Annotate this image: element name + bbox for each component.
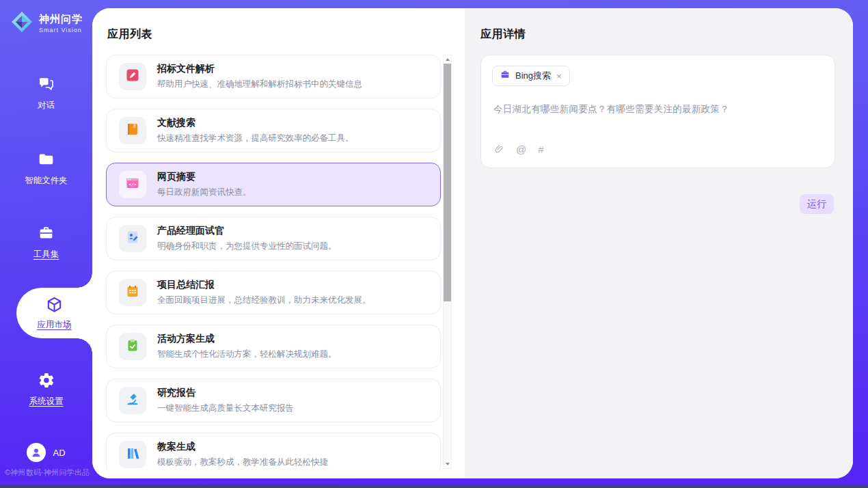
- tool-chip-bing-search[interactable]: Bing搜索 ×: [492, 66, 570, 86]
- prompt-card: Bing搜索 × 今日湖北有哪些新闻要点？有哪些需要关注的最新政策？ @#: [480, 55, 835, 168]
- app-card-activity-plan[interactable]: 活动方案生成智能生成个性化活动方案，轻松解决规划难题。: [106, 325, 441, 368]
- app-icon-tile: [119, 441, 146, 468]
- sidebar-item-chat[interactable]: 对话: [0, 75, 92, 111]
- app-card-research-report[interactable]: 研究报告一键智能生成高质量长文本研究报告: [106, 379, 441, 422]
- sidebar-item-label: 应用市场: [38, 319, 72, 331]
- app-name: 项目总结汇报: [157, 279, 371, 291]
- app-list: 招标文件解析帮助用户快速、准确地理解和解析招标书中的关键信息文献搜索快速精准查找…: [106, 55, 451, 472]
- app-card-project-summary[interactable]: 项目总结汇报全面回顾项目进展，总结经验教训，助力未来优化发展。: [106, 271, 441, 314]
- sidebar-item-app-market[interactable]: 应用市场: [16, 288, 92, 338]
- query-text[interactable]: 今日湖北有哪些新闻要点？有哪些需要关注的最新政策？: [493, 103, 822, 116]
- app-card-text: 教案生成模板驱动，教案秒成，教学准备从此轻松快捷: [157, 441, 328, 468]
- run-button[interactable]: 运行: [800, 194, 834, 214]
- app-description: 一键智能生成高质量长文本研究报告: [157, 403, 294, 414]
- brand-logo-icon: [10, 10, 34, 37]
- chat-icon: [37, 75, 55, 96]
- attachment-icon[interactable]: [493, 144, 504, 155]
- literature-icon: [125, 122, 140, 139]
- sidebar-item-settings[interactable]: 系统设置: [0, 372, 92, 407]
- app-name: 网页摘要: [157, 171, 252, 183]
- app-description: 每日政府新闻资讯快查。: [157, 187, 252, 198]
- app-name: 文献搜索: [157, 117, 354, 129]
- svg-text:</>: </>: [128, 182, 136, 187]
- list-scrollbar[interactable]: [443, 55, 452, 469]
- sidebar-item-label: 系统设置: [29, 396, 64, 407]
- app-description: 明确身份和职责，为您提供专业性的面试问题。: [157, 241, 337, 252]
- app-name: 招标文件解析: [157, 63, 362, 75]
- app-name: 产品经理面试官: [157, 225, 337, 237]
- avatar[interactable]: [27, 443, 46, 462]
- sidebar-item-smart-folder[interactable]: 智能文件夹: [0, 150, 92, 187]
- app-description: 智能生成个性化活动方案，轻松解决规划难题。: [157, 349, 337, 360]
- app-card-literature-search[interactable]: 文献搜索快速精准查找学术资源，提高研究效率的必备工具。: [106, 109, 441, 152]
- interview-icon: [125, 230, 140, 247]
- input-toolbar: @#: [493, 144, 544, 155]
- tender-doc-icon: [125, 68, 140, 85]
- app-card-text: 招标文件解析帮助用户快速、准确地理解和解析招标书中的关键信息: [157, 63, 362, 90]
- scrollbar-down-button[interactable]: [444, 460, 451, 468]
- scrollbar-up-button[interactable]: [444, 55, 451, 64]
- app-icon-tile: </>: [119, 171, 146, 198]
- lesson-icon: [125, 446, 140, 463]
- app-icon-tile: [119, 225, 146, 252]
- app-card-text: 网页摘要每日政府新闻资讯快查。: [157, 171, 252, 198]
- app-icon-tile: [119, 279, 146, 306]
- app-card-web-summary[interactable]: </>网页摘要每日政府新闻资讯快查。: [106, 163, 441, 206]
- scrollbar-thumb[interactable]: [444, 64, 451, 301]
- briefcase-icon: [500, 69, 511, 83]
- app-card-tender-analysis[interactable]: 招标文件解析帮助用户快速、准确地理解和解析招标书中的关键信息: [106, 55, 441, 98]
- cube-icon: [45, 296, 64, 316]
- app-card-text: 产品经理面试官明确身份和职责，为您提供专业性的面试问题。: [157, 225, 337, 252]
- sidebar-item-toolset[interactable]: 工具集: [0, 224, 92, 260]
- app-list-panel: 应用列表 招标文件解析帮助用户快速、准确地理解和解析招标书中的关键信息文献搜索快…: [92, 8, 465, 478]
- scroll-up-icon: [446, 58, 450, 61]
- sidebar-item-label: 工具集: [33, 249, 59, 260]
- topic-icon[interactable]: #: [538, 144, 543, 155]
- brand-subtitle: Smart Vision: [39, 27, 83, 33]
- report-icon: [125, 284, 140, 301]
- app-name: 活动方案生成: [157, 333, 337, 345]
- user-icon: [29, 446, 43, 459]
- app-description: 全面回顾项目进展，总结经验教训，助力未来优化发展。: [157, 295, 371, 306]
- app-description: 帮助用户快速、准确地理解和解析招标书中的关键信息: [157, 79, 362, 90]
- app-name: 研究报告: [157, 387, 294, 399]
- scroll-down-icon: [446, 463, 450, 465]
- sidebar: 神州问学 Smart Vision 对话智能文件夹工具集应用市场系统设置 AD …: [0, 0, 92, 488]
- chip-close-icon[interactable]: ×: [556, 72, 562, 81]
- brand: 神州问学 Smart Vision: [10, 10, 83, 37]
- app-icon-tile: [119, 63, 146, 90]
- app-card-text: 项目总结汇报全面回顾项目进展，总结经验教训，助力未来优化发展。: [157, 279, 371, 306]
- app-name: 教案生成: [157, 441, 328, 453]
- app-card-text: 文献搜索快速精准查找学术资源，提高研究效率的必备工具。: [157, 117, 354, 144]
- app-detail-title: 应用详情: [480, 27, 526, 42]
- app-icon-tile: [119, 117, 146, 144]
- app-card-text: 活动方案生成智能生成个性化活动方案，轻松解决规划难题。: [157, 333, 337, 360]
- sidebar-item-label: 智能文件夹: [25, 175, 68, 187]
- app-card-lesson-plan[interactable]: 教案生成模板驱动，教案秒成，教学准备从此轻松快捷: [106, 433, 441, 472]
- app-description: 模板驱动，教案秒成，教学准备从此轻松快捷: [157, 457, 328, 468]
- activity-icon: [125, 338, 140, 355]
- toolbox-icon: [37, 224, 55, 245]
- content-shell: 应用列表 招标文件解析帮助用户快速、准确地理解和解析招标书中的关键信息文献搜索快…: [92, 8, 853, 478]
- user-row[interactable]: AD: [0, 443, 92, 462]
- research-icon: [125, 392, 140, 409]
- user-name: AD: [53, 448, 65, 458]
- app-detail-panel: 应用详情 Bing搜索 × 今日湖北有哪些新闻要点？有哪些需要关注的最新政策？ …: [465, 8, 853, 478]
- mention-icon[interactable]: @: [516, 144, 526, 155]
- app-list-title: 应用列表: [107, 27, 152, 42]
- app-card-text: 研究报告一键智能生成高质量长文本研究报告: [157, 387, 294, 414]
- app-window: 神州问学 Smart Vision 对话智能文件夹工具集应用市场系统设置 AD …: [0, 0, 868, 488]
- sidebar-item-label: 对话: [38, 100, 55, 111]
- tool-chip-label: Bing搜索: [515, 70, 551, 82]
- brand-name: 神州问学: [39, 13, 83, 26]
- app-description: 快速精准查找学术资源，提高研究效率的必备工具。: [157, 133, 354, 144]
- gear-icon: [38, 372, 55, 392]
- app-icon-tile: [119, 333, 146, 360]
- window-bottom-edge: [0, 485, 868, 488]
- app-icon-tile: [119, 387, 146, 414]
- app-card-pm-interviewer[interactable]: 产品经理面试官明确身份和职责，为您提供专业性的面试问题。: [106, 217, 441, 260]
- sidebar-footer: ©神州数码·神州问学出品: [5, 467, 92, 478]
- folder-icon: [37, 150, 55, 171]
- web-summary-icon: </>: [125, 176, 140, 193]
- brand-text: 神州问学 Smart Vision: [39, 13, 83, 33]
